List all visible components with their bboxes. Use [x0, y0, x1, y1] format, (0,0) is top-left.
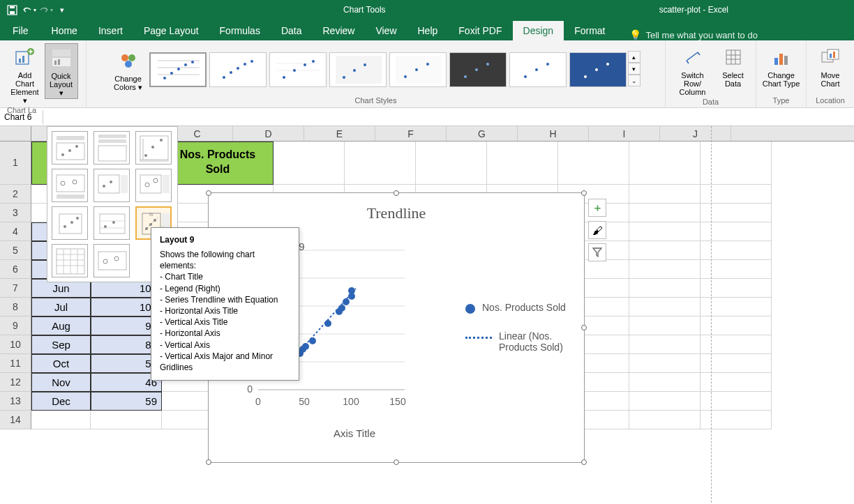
select-all-corner[interactable] [0, 126, 31, 141]
change-colors-button[interactable]: Change Colors ▾ [112, 47, 145, 93]
move-chart-button[interactable]: Move Chart [814, 43, 847, 89]
cell[interactable] [629, 142, 701, 185]
column-header[interactable]: E [304, 126, 375, 141]
layout-6[interactable] [135, 169, 172, 202]
row-header[interactable]: 1 [0, 142, 31, 185]
cell[interactable] [91, 411, 162, 429]
row-header[interactable]: 5 [0, 241, 31, 260]
tab-format[interactable]: Format [564, 21, 615, 40]
cell[interactable]: Oct [31, 354, 91, 373]
layout-11[interactable] [93, 244, 130, 277]
chart-filters-button[interactable] [588, 243, 606, 261]
cell[interactable] [487, 142, 558, 185]
row-header[interactable]: 13 [0, 392, 31, 411]
row-header[interactable]: 12 [0, 373, 31, 392]
cell[interactable]: 59 [91, 392, 162, 411]
tab-view[interactable]: View [365, 21, 407, 40]
cell[interactable] [274, 142, 345, 185]
cell[interactable] [629, 185, 701, 204]
row-header[interactable]: 2 [0, 185, 31, 204]
cell[interactable] [629, 279, 701, 298]
chart-style-1[interactable] [149, 52, 207, 87]
cell[interactable] [416, 142, 487, 185]
cell[interactable]: Sep [31, 335, 91, 354]
layout-10[interactable] [52, 244, 88, 277]
column-header[interactable]: H [518, 126, 589, 141]
layout-7[interactable] [52, 206, 88, 240]
quick-layout-button[interactable]: Quick Layout ▾ [45, 43, 78, 99]
row-header[interactable]: 4 [0, 222, 31, 241]
select-data-button[interactable]: Select Data [717, 43, 750, 89]
qat-customize-icon[interactable]: ▾ [54, 2, 70, 17]
tab-data[interactable]: Data [271, 21, 313, 40]
tab-file[interactable]: File [0, 21, 41, 40]
tab-review[interactable]: Review [313, 21, 366, 40]
cell[interactable]: Jul [31, 298, 91, 316]
column-header[interactable]: F [375, 126, 447, 141]
chart-style-3[interactable] [269, 52, 327, 87]
cell[interactable] [629, 260, 701, 279]
tell-me[interactable]: 💡Tell me what you want to do [629, 29, 757, 40]
style-scroll-down[interactable]: ▾ [628, 63, 640, 75]
cell[interactable] [629, 392, 701, 411]
redo-icon[interactable]: ▾ [38, 2, 53, 17]
chart-styles-button[interactable]: 🖌 [588, 221, 606, 239]
chart-title[interactable]: Trendline [218, 204, 574, 222]
switch-row-column-button[interactable]: Switch Row/ Column [672, 43, 714, 98]
chart-style-5[interactable] [389, 52, 447, 87]
cell[interactable]: Aug [31, 316, 91, 335]
row-header[interactable]: 10 [0, 335, 31, 354]
row-header[interactable]: 7 [0, 279, 31, 298]
tab-foxit[interactable]: Foxit PDF [448, 21, 512, 40]
layout-5[interactable] [93, 169, 130, 202]
legend-item-series[interactable]: Nos. Products Sold [465, 302, 574, 314]
tab-formulas[interactable]: Formulas [209, 21, 271, 40]
name-box[interactable]: Chart 6 [0, 110, 43, 124]
cell[interactable] [629, 298, 701, 316]
chart-legend[interactable]: Nos. Products Sold Linear (Nos. Products… [457, 229, 574, 425]
cell[interactable]: Nov [31, 373, 91, 392]
column-header[interactable]: J [660, 126, 731, 141]
x-axis-title[interactable]: Axis Title [135, 427, 574, 439]
cell[interactable] [629, 204, 701, 222]
chart-elements-button[interactable]: ＋ [588, 199, 606, 217]
cell[interactable] [345, 142, 416, 185]
style-expand[interactable]: ⌄ [628, 75, 640, 86]
tab-help[interactable]: Help [407, 21, 449, 40]
cell[interactable]: Nos. Products Sold [162, 142, 274, 185]
tab-home[interactable]: Home [41, 21, 88, 40]
cell[interactable] [629, 373, 701, 392]
style-scroll-up[interactable]: ▴ [628, 51, 640, 63]
column-header[interactable]: D [233, 126, 304, 141]
cell[interactable] [629, 335, 701, 354]
row-header[interactable]: 3 [0, 204, 31, 222]
change-chart-type-button[interactable]: Change Chart Type [761, 43, 802, 89]
tab-page-layout[interactable]: Page Layout [133, 21, 209, 40]
layout-1[interactable] [52, 131, 88, 165]
row-header[interactable]: 8 [0, 298, 31, 316]
column-header[interactable]: G [447, 126, 518, 141]
tab-insert[interactable]: Insert [88, 21, 133, 40]
save-icon[interactable] [4, 2, 20, 17]
chart-style-2[interactable] [209, 52, 267, 87]
legend-item-trendline[interactable]: Linear (Nos. Products Sold) [465, 330, 574, 353]
column-header[interactable]: I [589, 126, 660, 141]
add-chart-element-button[interactable]: Add Chart Element ▾ [8, 43, 42, 106]
chart-style-4[interactable] [329, 52, 387, 87]
cell[interactable] [629, 316, 701, 335]
chart-style-6[interactable] [449, 52, 507, 87]
cell[interactable] [558, 142, 629, 185]
cell[interactable] [31, 411, 91, 429]
row-header[interactable]: 6 [0, 260, 31, 279]
layout-2[interactable] [93, 131, 130, 165]
cell[interactable] [629, 411, 701, 429]
undo-icon[interactable]: ▾ [21, 2, 36, 17]
cell[interactable]: Dec [31, 392, 91, 411]
tab-design[interactable]: Design [513, 21, 564, 40]
layout-8[interactable] [93, 206, 130, 240]
row-header[interactable]: 11 [0, 354, 31, 373]
layout-4[interactable] [52, 169, 88, 202]
cell[interactable] [629, 241, 701, 260]
chart-style-7[interactable] [509, 52, 567, 87]
layout-3[interactable] [135, 131, 172, 165]
